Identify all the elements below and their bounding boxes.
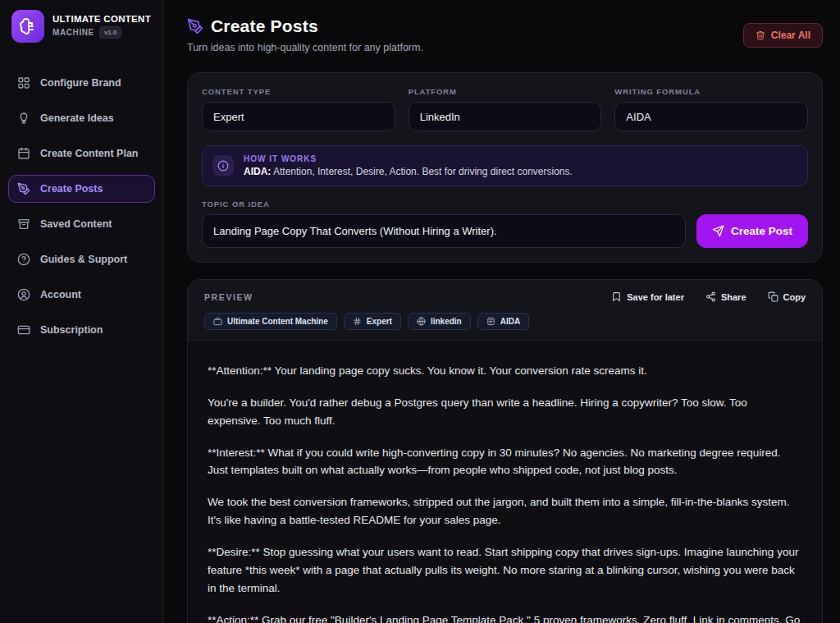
app-name-line2: MACHINE: [52, 28, 94, 37]
preview-paragraph: **Interest:** What if you could write hi…: [208, 444, 802, 480]
sidebar-item-label: Create Content Plan: [40, 148, 138, 159]
brain-logo-icon: [11, 10, 44, 43]
app-logo: ULTIMATE CONTENT MACHINE v1.0: [8, 8, 155, 54]
briefcase-icon: [213, 317, 222, 326]
chip-content-type: Expert: [344, 313, 401, 330]
writing-formula-field-group: WRITING FORMULA: [614, 87, 808, 131]
chip-label: Ultimate Content Machine: [227, 317, 328, 326]
preview-paragraph: We took the best conversion frameworks, …: [208, 493, 802, 529]
save-for-later-label: Save for later: [627, 292, 684, 302]
app-title-block: ULTIMATE CONTENT MACHINE v1.0: [52, 14, 151, 39]
sidebar-item-configure-brand[interactable]: Configure Brand: [8, 69, 155, 97]
version-badge: v1.0: [99, 26, 122, 39]
sidebar: ULTIMATE CONTENT MACHINE v1.0 Configure …: [0, 0, 164, 623]
how-it-works-callout: HOW IT WORKS AIDA: Attention, Interest, …: [202, 145, 808, 186]
page-header: Create Posts Turn ideas into high-qualit…: [187, 16, 823, 53]
sidebar-item-label: Account: [40, 289, 81, 300]
chip-label: Expert: [367, 317, 392, 326]
sidebar-item-label: Saved Content: [40, 218, 112, 230]
page-subtitle: Turn ideas into high-quality content for…: [187, 42, 423, 53]
grid-icon: [17, 76, 30, 89]
topic-input[interactable]: [202, 214, 686, 248]
user-circle-icon: [17, 288, 30, 301]
pen-nib-icon: [17, 182, 30, 195]
sidebar-item-label: Guides & Support: [40, 254, 127, 265]
preview-content: **Attention:** Your landing page copy su…: [188, 340, 822, 623]
sidebar-item-saved-content[interactable]: Saved Content: [8, 210, 155, 238]
clear-all-label: Clear All: [771, 30, 810, 41]
content-type-input[interactable]: [202, 102, 395, 131]
preview-label: PREVIEW: [204, 292, 253, 302]
save-for-later-button[interactable]: Save for later: [611, 291, 684, 302]
topic-label: TOPIC OR IDEA: [202, 199, 808, 208]
sidebar-item-create-posts[interactable]: Create Posts: [8, 175, 155, 203]
share-button[interactable]: Share: [705, 291, 746, 302]
sidebar-item-guides-support[interactable]: Guides & Support: [8, 245, 155, 273]
platform-input[interactable]: [409, 102, 602, 131]
lightbulb-icon: [17, 112, 30, 125]
hash-icon: [353, 317, 362, 326]
content-type-label: CONTENT TYPE: [202, 87, 395, 96]
preview-paragraph: **Action:** Grab our free "Builder's Lan…: [208, 612, 802, 623]
app-name-line1: ULTIMATE CONTENT: [52, 14, 151, 24]
credit-card-icon: [17, 323, 30, 337]
share-icon: [705, 291, 716, 302]
chip-label: linkedin: [431, 317, 462, 326]
info-icon: [212, 155, 234, 176]
chip-platform: linkedin: [408, 313, 471, 330]
document-icon: [486, 317, 495, 326]
create-post-button[interactable]: Create Post: [696, 214, 808, 248]
app-window: ULTIMATE CONTENT MACHINE v1.0 Configure …: [0, 0, 840, 623]
post-form-card: CONTENT TYPE PLATFORM WRITING FORMULA H: [187, 72, 823, 263]
main-content: Create Posts Turn ideas into high-qualit…: [164, 0, 840, 623]
page-title: Create Posts: [211, 16, 318, 36]
trash-icon: [756, 30, 765, 40]
preview-card: PREVIEW Save for later Share Copy: [187, 279, 823, 623]
globe-icon: [417, 317, 426, 326]
pen-nib-icon: [187, 18, 203, 34]
writing-formula-label: WRITING FORMULA: [614, 87, 808, 96]
chip-brand: Ultimate Content Machine: [204, 313, 337, 330]
preview-paragraph: **Desire:** Stop guessing what your user…: [208, 543, 802, 598]
sidebar-item-label: Generate Ideas: [40, 112, 114, 124]
preview-paragraph: You're a builder. You'd rather debug a P…: [208, 394, 802, 430]
preview-chips: Ultimate Content Machine Expert linkedin…: [204, 313, 806, 330]
copy-label: Copy: [783, 292, 806, 302]
chip-label: AIDA: [500, 317, 520, 326]
platform-label: PLATFORM: [409, 87, 602, 96]
share-label: Share: [721, 292, 746, 302]
preview-actions: Save for later Share Copy: [611, 291, 806, 302]
platform-field-group: PLATFORM: [409, 87, 602, 131]
sidebar-nav: Configure Brand Generate Ideas Create Co…: [8, 69, 155, 344]
writing-formula-input[interactable]: [614, 102, 808, 131]
send-icon: [712, 225, 724, 237]
sidebar-item-subscription[interactable]: Subscription: [8, 316, 155, 344]
how-it-works-title: HOW IT WORKS: [244, 154, 573, 163]
bookmark-icon: [611, 291, 622, 302]
content-type-field-group: CONTENT TYPE: [202, 87, 395, 131]
topic-field-group: TOPIC OR IDEA Create Post: [202, 199, 808, 248]
calendar-icon: [17, 147, 30, 160]
preview-paragraph: **Attention:** Your landing page copy su…: [208, 362, 802, 380]
chip-formula: AIDA: [477, 313, 529, 330]
sidebar-item-label: Create Posts: [40, 183, 103, 195]
help-circle-icon: [17, 253, 30, 266]
create-post-label: Create Post: [731, 225, 792, 237]
archive-icon: [17, 218, 30, 231]
sidebar-item-label: Subscription: [40, 324, 103, 336]
sidebar-item-account[interactable]: Account: [8, 281, 155, 309]
copy-button[interactable]: Copy: [768, 291, 806, 302]
sidebar-item-create-content-plan[interactable]: Create Content Plan: [8, 140, 155, 167]
sidebar-item-generate-ideas[interactable]: Generate Ideas: [8, 104, 155, 132]
how-it-works-text: AIDA: Attention, Interest, Desire, Actio…: [244, 166, 573, 177]
copy-icon: [768, 291, 778, 302]
sidebar-item-label: Configure Brand: [40, 77, 121, 89]
clear-all-button[interactable]: Clear All: [743, 23, 823, 48]
